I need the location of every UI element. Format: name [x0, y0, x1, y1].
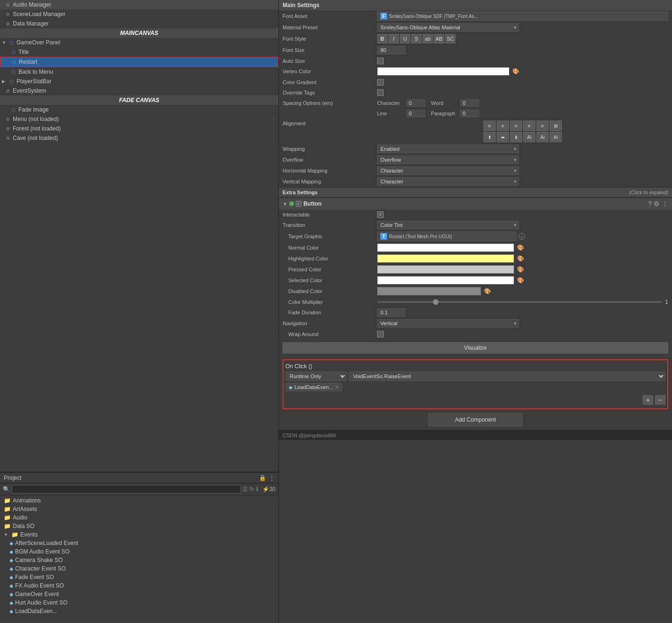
visualize-button[interactable]: Visualize: [283, 342, 668, 354]
align-left-btn[interactable]: ≡: [483, 121, 496, 131]
fade-duration-input[interactable]: [377, 308, 405, 317]
refresh-icon[interactable]: ↻: [250, 486, 254, 493]
event-system-item[interactable]: ⚙ EventSystem: [0, 86, 278, 95]
target-graphic-field[interactable]: T Restart (Text Mesh Pro UGUI): [377, 232, 517, 241]
align-top-btn[interactable]: ⬆: [483, 132, 496, 142]
normal-color-swatch[interactable]: [377, 243, 514, 252]
menu-not-loaded[interactable]: ⚙ Menu (not loaded) ⋮: [0, 114, 278, 124]
button-enabled-checkbox[interactable]: ✓: [296, 201, 302, 207]
para-input[interactable]: [460, 110, 479, 117]
extra-settings-bar[interactable]: Extra Settings (Click to expand): [279, 187, 672, 197]
info-icon[interactable]: ℹ: [256, 486, 258, 493]
strikethrough-btn[interactable]: S: [411, 34, 422, 43]
disabled-color-eyedropper[interactable]: 🎨: [483, 288, 492, 294]
vertex-color-eyedropper[interactable]: 🎨: [511, 68, 520, 75]
navigation-select[interactable]: Vertical: [377, 319, 519, 328]
list-item[interactable]: 📁 Audio: [0, 513, 278, 522]
list-item[interactable]: ◈ Character Event SO: [0, 564, 278, 573]
align-justify-last-btn[interactable]: ≡: [536, 121, 549, 131]
dots-3[interactable]: ⋮: [271, 135, 276, 141]
overflow-select[interactable]: Overflow: [377, 156, 519, 164]
list-item[interactable]: ◈ LoadDataEven...: [0, 607, 278, 615]
onclick-object-x[interactable]: ✕: [335, 385, 339, 390]
target-circle-btn[interactable]: ◎: [518, 233, 525, 240]
align-flush-btn[interactable]: ⊞: [550, 121, 562, 131]
list-item[interactable]: ◈ Hurt Audio Event SO: [0, 598, 278, 607]
vertex-color-swatch[interactable]: [377, 67, 509, 76]
onclick-remove-btn[interactable]: −: [655, 395, 665, 405]
add-component-button[interactable]: Add Component: [428, 413, 523, 426]
back-to-menu-item[interactable]: ⬡ Back to Menu: [0, 67, 278, 77]
transition-select[interactable]: Color Tint: [377, 221, 519, 229]
font-size-input[interactable]: [377, 46, 405, 54]
collapse-arrow[interactable]: ▼: [283, 201, 287, 207]
bold-btn[interactable]: B: [377, 34, 388, 43]
wrap-around-checkbox[interactable]: [377, 331, 384, 337]
list-item[interactable]: ◈ BGM Audio Event SO: [0, 547, 278, 556]
align-geo-btn[interactable]: Ai: [523, 132, 535, 142]
align-bottom-btn[interactable]: ⬇: [510, 132, 522, 142]
uppercase-btn[interactable]: AB: [434, 34, 444, 43]
vertical-mapping-select[interactable]: Character: [377, 177, 519, 186]
player-stat-bar-item[interactable]: ▶ ⬡ PlayerStatBar: [0, 77, 278, 86]
align-middle-btn[interactable]: ⬌: [497, 132, 509, 142]
underline-btn[interactable]: U: [400, 34, 410, 43]
data-manager-item[interactable]: ⚙ Data Manager: [0, 19, 278, 28]
dots-1[interactable]: ⋮: [271, 116, 276, 122]
color-multiplier-slider[interactable]: [377, 301, 662, 303]
runtime-only-select[interactable]: Runtime Only: [285, 372, 347, 381]
disabled-color-swatch[interactable]: [377, 287, 481, 295]
smallcaps-btn[interactable]: SC: [445, 34, 456, 43]
list-item[interactable]: 📁 ArtAssets: [0, 505, 278, 513]
wrapping-select[interactable]: Enabled: [377, 145, 519, 153]
audio-manager-item[interactable]: ⚙ Audio Manager: [0, 0, 278, 9]
method-select[interactable]: VoidEventSo.RaiseEvent: [349, 372, 665, 381]
list-item[interactable]: ◈ GameOver Event: [0, 590, 278, 598]
restart-item[interactable]: ⬡ Restart: [0, 57, 278, 67]
list-item[interactable]: ◈ AfterSceneLoaded Event: [0, 539, 278, 547]
cave-not-loaded[interactable]: ⚙ Cave (not loaded) ⋮: [0, 133, 278, 143]
list-item[interactable]: 📁 Animations: [0, 496, 278, 505]
project-search-input[interactable]: [12, 485, 241, 493]
menu-btn[interactable]: ⋮: [662, 200, 668, 208]
highlighted-color-swatch[interactable]: [377, 254, 514, 263]
horizontal-mapping-select[interactable]: Character: [377, 166, 519, 175]
align-justify-btn[interactable]: ≡: [523, 121, 535, 131]
settings-btn[interactable]: ⚙: [654, 200, 660, 208]
align-base-btn[interactable]: Ai: [536, 132, 549, 142]
dots-2[interactable]: ⋮: [271, 125, 276, 132]
pressed-color-swatch[interactable]: [377, 265, 514, 274]
fade-image-item[interactable]: ⬡ Fade Image: [0, 105, 278, 114]
list-item[interactable]: ◈ Fade Event SO: [0, 573, 278, 581]
lowercase-btn[interactable]: ab: [422, 34, 433, 43]
gameover-panel-item[interactable]: ▼ ⬡ GameOver Panel: [0, 38, 278, 47]
forest-not-loaded[interactable]: ⚙ Forest (not loaded) ⋮: [0, 124, 278, 133]
override-tags-checkbox[interactable]: [377, 89, 384, 96]
onclick-add-btn[interactable]: +: [643, 395, 653, 405]
char-input[interactable]: [406, 99, 425, 107]
selected-color-eyedropper[interactable]: 🎨: [516, 277, 525, 284]
list-item[interactable]: ◈ FX Audio Event SO: [0, 581, 278, 590]
normal-color-eyedropper[interactable]: 🎨: [516, 244, 525, 251]
align-center-btn[interactable]: ≡: [497, 121, 509, 131]
pressed-color-eyedropper[interactable]: 🎨: [516, 266, 525, 273]
align-cap-btn[interactable]: Ai: [550, 132, 562, 142]
font-asset-field[interactable]: F SmileySans-Oblique SDF (TMP_Font As...: [377, 11, 668, 21]
title-item[interactable]: ⬡ Title: [0, 47, 278, 57]
line-input[interactable]: [406, 110, 425, 117]
more-icon[interactable]: ⋮: [269, 475, 275, 481]
word-input[interactable]: [460, 99, 479, 107]
italic-btn[interactable]: I: [388, 34, 399, 43]
list-item[interactable]: ◈ Camera Shake SO: [0, 556, 278, 564]
onclick-object-field[interactable]: ◈ LoadDataEven... ✕: [285, 383, 342, 391]
highlighted-color-eyedropper[interactable]: 🎨: [516, 255, 525, 262]
scene-load-manager-item[interactable]: ⚙ SceneLoad Manager: [0, 9, 278, 19]
align-right-btn[interactable]: ≡: [510, 121, 522, 131]
events-folder-item[interactable]: ▼ 📁 Events: [0, 530, 278, 539]
material-preset-select[interactable]: SmileySans-Oblique Atlas Material: [377, 23, 519, 32]
interactable-checkbox[interactable]: ✓: [377, 211, 384, 218]
lock-icon[interactable]: 🔒: [259, 475, 266, 481]
auto-size-checkbox[interactable]: [377, 58, 384, 64]
help-btn[interactable]: ?: [648, 200, 652, 208]
list-item[interactable]: 📁 Data SO: [0, 522, 278, 530]
